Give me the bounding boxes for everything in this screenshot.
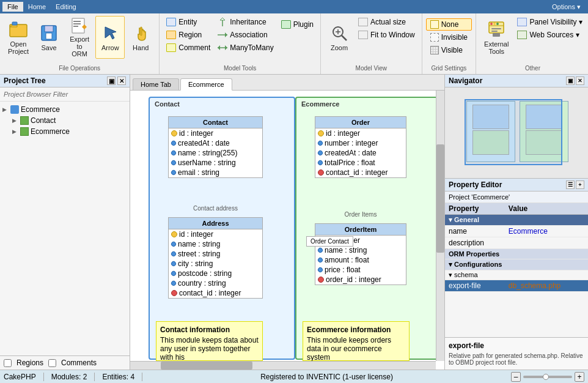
association-button[interactable]: Association — [215, 29, 276, 41]
zoom-thumb — [543, 374, 549, 380]
panel-visibility-button[interactable]: Panel Visibility ▾ — [514, 16, 585, 28]
tree-arrow-ecommerce[interactable]: ▶ — [2, 106, 9, 113]
none-button[interactable]: None — [426, 18, 472, 31]
tree-item-ecommerce-sub[interactable]: ▶ Ecommerce — [10, 126, 130, 137]
entity-button[interactable]: Entity — [163, 16, 213, 28]
svg-marker-11 — [220, 18, 225, 20]
prop-name-value[interactable]: Ecommerce — [505, 226, 588, 237]
diagram-area: Home Tab Ecommerce — [130, 75, 444, 370]
plugin-button[interactable]: Plugin — [278, 18, 317, 31]
normal-icon — [317, 256, 323, 263]
normal-icon — [170, 260, 177, 267]
orderitem-entity[interactable]: OrderItem id : integer name : string — [315, 223, 406, 285]
prop-export-file-value[interactable]: db_schema.php — [505, 280, 588, 292]
plugin-icon — [281, 20, 291, 29]
invisible-button[interactable]: Invisible — [426, 31, 472, 43]
inheritance-button[interactable]: Inheritance — [215, 16, 276, 28]
comment-button[interactable]: Comment — [163, 42, 213, 54]
region-icon — [166, 31, 176, 39]
web-sources-icon — [517, 31, 527, 39]
export-icon — [70, 17, 89, 34]
zoom-control: – + — [511, 372, 584, 382]
comments-checkbox[interactable] — [48, 359, 56, 367]
external-tools-icon — [487, 20, 506, 39]
zoom-button[interactable]: Zoom — [325, 16, 354, 59]
many-to-many-label: ManyToMany — [230, 43, 273, 52]
address-entity-header: Address — [169, 218, 262, 229]
address-field-name: name : string — [169, 239, 262, 249]
navigator-panel: Navigator ▣ ✕ — [445, 75, 588, 179]
tree-item-contact[interactable]: ▶ Contact — [10, 115, 130, 126]
scrollbar-thumb-h[interactable] — [161, 362, 252, 370]
address-entity[interactable]: Address id : integer name : string — [168, 217, 263, 299]
tab-ecommerce[interactable]: Ecommerce — [180, 78, 232, 91]
fit-to-window-button[interactable]: Fit to Window — [355, 29, 418, 41]
normal-icon — [170, 250, 177, 257]
scrollbar-thumb-v[interactable] — [436, 144, 444, 253]
tree-item-ecommerce-root[interactable]: ▶ Ecommerce — [0, 104, 130, 115]
order-entity-header: Order — [315, 117, 406, 128]
property-editor-menu-button[interactable]: ☰ — [566, 180, 575, 189]
tree-arrow-ecommerce-sub[interactable]: ▶ — [12, 128, 18, 135]
region-button[interactable]: Region — [163, 29, 213, 41]
nav-viewport[interactable] — [465, 99, 562, 165]
save-button[interactable]: Save — [34, 16, 64, 59]
external-tools-button[interactable]: ExternalTools — [480, 16, 513, 59]
ecommerce-note-title: Ecommerce information — [307, 325, 405, 334]
menu-home[interactable]: Home — [23, 2, 51, 12]
open-project-button[interactable]: OpenProject — [4, 16, 33, 59]
zoom-plus-button[interactable]: + — [575, 372, 584, 382]
arrow-button[interactable]: Arrow — [95, 16, 125, 59]
sidebar-tree: ▶ Ecommerce ▶ Contact ▶ Ecommerce — [0, 102, 130, 355]
navigator-canvas — [445, 87, 588, 178]
web-sources-button[interactable]: Web Sources ▾ — [514, 29, 585, 41]
diagram-canvas[interactable]: Contact Contact id : integer createdAt :… — [130, 91, 444, 370]
grid-settings-label: Grid Settings — [431, 64, 466, 72]
navigator-minimize-button[interactable]: ▣ — [566, 76, 575, 85]
zoom-minus-button[interactable]: – — [511, 372, 521, 382]
normal-icon — [317, 266, 323, 273]
property-editor-add-button[interactable]: + — [576, 180, 584, 189]
options-button[interactable]: Options ▾ — [547, 2, 586, 12]
many-to-many-button[interactable]: ManyToMany — [215, 42, 276, 54]
navigator-close-button[interactable]: ✕ — [576, 76, 584, 85]
diagram-scroll-area[interactable]: Contact Contact id : integer createdAt :… — [130, 91, 444, 370]
svg-marker-13 — [225, 32, 227, 37]
vertical-scrollbar[interactable] — [436, 91, 444, 361]
normal-icon — [170, 270, 177, 277]
tab-home[interactable]: Home Tab — [133, 78, 179, 90]
prop-description-value[interactable] — [505, 237, 588, 249]
sidebar-close-button[interactable]: ✕ — [117, 76, 126, 85]
regions-checkbox[interactable] — [4, 359, 12, 367]
pk-icon — [171, 231, 177, 237]
menu-editing[interactable]: Editing — [51, 2, 81, 12]
prop-export-file-row[interactable]: export-file db_schema.php — [445, 280, 588, 292]
property-table-container[interactable]: Property Value ▾ General name Ecommerce — [445, 203, 588, 337]
export-to-orm-button[interactable]: Exportto ORM — [65, 16, 94, 59]
order-field-totalprice: totalPrice : float — [315, 158, 406, 168]
order-entity[interactable]: Order id : integer number : integer — [315, 116, 406, 178]
orderitem-field-order-id: order_id : integer — [315, 275, 406, 284]
web-sources-label: Web Sources ▾ — [529, 31, 579, 39]
visible-button[interactable]: Visible — [426, 44, 472, 56]
actual-size-button[interactable]: Actual size — [355, 16, 418, 28]
sidebar-minimize-button[interactable]: ▣ — [107, 76, 116, 85]
normal-icon — [170, 280, 177, 286]
status-sep-1 — [43, 373, 44, 381]
horizontal-scrollbar[interactable] — [130, 361, 436, 370]
visible-icon — [430, 46, 439, 54]
prop-group-orm: ORM Properties — [445, 249, 588, 259]
contact-entity[interactable]: Contact id : integer createdAt : date — [168, 116, 263, 178]
property-table: Property Value ▾ General name Ecommerce — [445, 203, 588, 292]
tree-arrow-contact[interactable]: ▶ — [12, 117, 18, 124]
save-label: Save — [41, 44, 56, 51]
zoom-slider[interactable] — [523, 376, 572, 378]
status-modules: Modules: 2 — [51, 373, 87, 381]
svg-rect-4 — [46, 33, 52, 39]
entity-icon — [166, 18, 176, 26]
prop-header-property: Property — [445, 203, 505, 215]
hand-button[interactable]: Hand — [126, 16, 155, 59]
svg-rect-26 — [491, 28, 501, 29]
other-label: Other — [525, 64, 540, 72]
menu-file[interactable]: File — [2, 2, 23, 12]
